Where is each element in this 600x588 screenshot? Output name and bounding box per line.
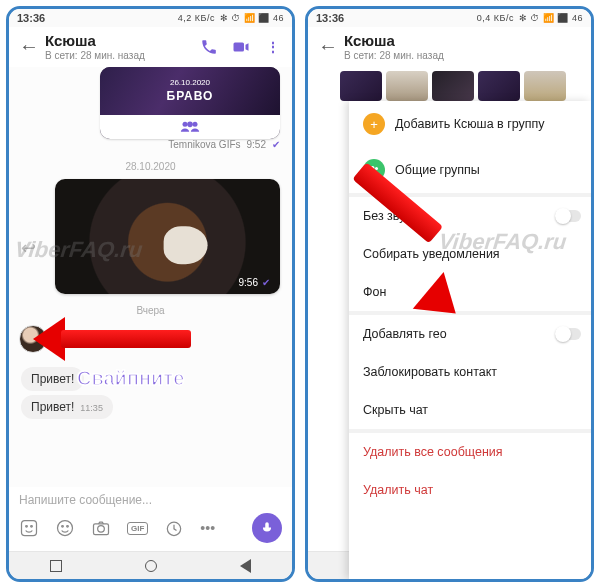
more-icon[interactable]: ⋮ [264, 38, 282, 56]
status-indicators: 4,2 КБ/с ✻ ⏱ 📶 ⬛ 46 [176, 13, 284, 23]
delivered-icon: ✔ [262, 277, 270, 288]
svg-rect-3 [22, 521, 37, 536]
more-icon[interactable]: ••• [200, 520, 215, 536]
nav-recent-icon[interactable] [50, 560, 62, 572]
svg-point-7 [62, 526, 64, 528]
svg-point-8 [67, 526, 69, 528]
delivered-icon: ✔ [272, 139, 280, 150]
toggle[interactable] [555, 210, 581, 222]
emoji-icon[interactable] [55, 518, 75, 538]
camera-icon[interactable] [91, 518, 111, 538]
chat-title-block[interactable]: Ксюша В сети: 28 мин. назад [45, 33, 190, 61]
date-separator: 28.10.2020 [9, 161, 292, 172]
toggle[interactable] [555, 328, 581, 340]
chat-title: Ксюша [344, 33, 581, 50]
thumbnail[interactable] [340, 71, 382, 101]
svg-point-2 [193, 121, 198, 126]
chat-body: 26.10.2020 БРАВО Temnikova GIFs 9:52 ✔ 2… [9, 67, 292, 488]
status-bar: 13:36 4,2 КБ/с ✻ ⏱ 📶 ⬛ 46 [9, 9, 292, 27]
status-time: 13:36 [316, 12, 344, 24]
back-icon[interactable]: ← [318, 35, 334, 58]
option-hide-chat[interactable]: Скрыть чат [349, 391, 591, 429]
phone-left: 13:36 4,2 КБ/с ✻ ⏱ 📶 ⬛ 46 ← Ксюша В сети… [6, 6, 295, 582]
header-actions: ⋮ [200, 38, 282, 56]
message-bubble-2[interactable]: Привет! 11:35 [21, 395, 113, 419]
thumbnail[interactable] [478, 71, 520, 101]
option-add-to-group[interactable]: + Добавить Ксюша в группу [349, 101, 591, 147]
timer-icon[interactable] [164, 518, 184, 538]
nav-back-icon[interactable] [240, 559, 251, 573]
option-background[interactable]: Фон [349, 273, 591, 311]
nav-home-icon[interactable] [145, 560, 157, 572]
mic-button[interactable] [252, 513, 282, 543]
sticker-icon[interactable] [19, 518, 39, 538]
chat-title: Ксюша [45, 33, 190, 50]
gif-card[interactable]: 26.10.2020 БРАВО [100, 67, 280, 139]
chat-header: ← Ксюша В сети: 28 мин. назад [308, 27, 591, 67]
thumbnail[interactable] [524, 71, 566, 101]
chat-last-seen: В сети: 28 мин. назад [45, 50, 190, 61]
status-time: 13:36 [17, 12, 45, 24]
svg-point-1 [187, 121, 193, 127]
thumbnail[interactable] [386, 71, 428, 101]
call-icon[interactable] [200, 38, 218, 56]
svg-point-4 [26, 526, 28, 528]
chat-last-seen: В сети: 28 мин. назад [344, 50, 581, 61]
svg-point-5 [31, 526, 33, 528]
message-bubble-1[interactable]: Привет! [21, 367, 84, 391]
composer-input[interactable]: Напишите сообщение... [9, 487, 292, 509]
photo-timestamp: 9:56 ✔ [239, 277, 270, 288]
composer-toolbar: GIF ••• [9, 509, 292, 551]
option-collect-notifications[interactable]: Собирать уведомления [349, 235, 591, 273]
option-delete-chat[interactable]: Удалить чат [349, 471, 591, 509]
status-bar: 13:36 0,4 КБ/с ✻ ⏱ 📶 ⬛ 46 [308, 9, 591, 27]
date-separator-yesterday: Вчера [9, 305, 292, 316]
back-icon[interactable]: ← [19, 35, 35, 58]
chat-header: ← Ксюша В сети: 28 мин. назад ⋮ [9, 27, 292, 67]
phone-right: 13:36 0,4 КБ/с ✻ ⏱ 📶 ⬛ 46 ← Ксюша В сети… [305, 6, 594, 582]
option-add-geo[interactable]: Добавлять гео [349, 315, 591, 353]
media-thumbnails[interactable] [308, 67, 591, 105]
gif-source-row: Temnikova GIFs 9:52 ✔ [168, 139, 280, 150]
photo-message[interactable]: 9:56 ✔ [55, 179, 280, 294]
thumbnail[interactable] [432, 71, 474, 101]
option-block-contact[interactable]: Заблокировать контакт [349, 353, 591, 391]
gif-image: 26.10.2020 БРАВО [100, 67, 280, 115]
group-icon [100, 115, 280, 139]
svg-point-6 [58, 521, 73, 536]
status-indicators: 0,4 КБ/с ✻ ⏱ 📶 ⬛ 46 [475, 13, 583, 23]
share-icon[interactable]: ↩ [21, 237, 45, 261]
android-navbar [9, 551, 292, 579]
gif-icon[interactable]: GIF [127, 522, 148, 535]
option-delete-messages[interactable]: Удалить все сообщения [349, 433, 591, 471]
video-icon[interactable] [232, 38, 250, 56]
annotation-swipe-label: Свайпните [77, 367, 184, 390]
plus-icon: + [363, 113, 385, 135]
svg-point-0 [183, 121, 188, 126]
options-panel: + Добавить Ксюша в группу Общие группы Б… [349, 101, 591, 579]
chat-title-block[interactable]: Ксюша В сети: 28 мин. назад [344, 33, 581, 61]
svg-point-10 [98, 526, 105, 533]
